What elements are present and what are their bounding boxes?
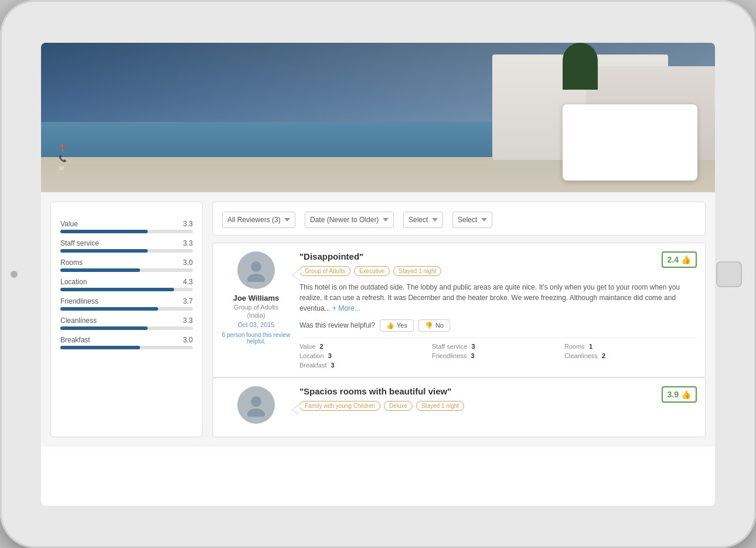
score-item-value: 3.3 (183, 239, 193, 247)
review-score-cell: Rooms 1 (564, 343, 697, 350)
score-bar-bg (60, 230, 193, 233)
score-item-value: 3.0 (183, 258, 193, 267)
review-scores-grid: Value 2 Staff service 3 Rooms 1 Location… (299, 338, 697, 369)
reviewer-type: Group of Adults (234, 304, 278, 311)
score-items-list: Value 3.3 Staff service 3.3 Rooms 3.0 Lo… (60, 220, 193, 349)
filter-room: Select (452, 209, 492, 228)
tablet-left-button (11, 271, 18, 278)
thumbs-up-small-icon: 👍 (386, 322, 394, 329)
review-score-cell: Cleanliness 2 (564, 352, 697, 359)
hero-section: 📍 📞 ✉ (41, 43, 715, 192)
review-tag: Stayed 1 night (416, 401, 464, 411)
reviews-container: Joe Williams Group of Adults (India) Oct… (212, 243, 706, 437)
review-tag: Executive (354, 266, 390, 276)
review-score-badge: 2.4 👍 (662, 251, 697, 268)
review-card: Joe Williams Group of Adults (India) Oct… (212, 243, 706, 377)
tablet-frame: 📍 📞 ✉ (0, 0, 756, 548)
filter-bar: All Reviewers (3) Date (Newer to Older) … (212, 202, 706, 236)
phone-icon: 📞 (59, 155, 67, 162)
review-tags-2: Family with young ChildrenDeluxeStayed 1… (299, 401, 697, 411)
hotel-phone-row: 📞 (59, 155, 70, 162)
reviewer-col: Joe Williams Group of Adults (India) Oct… (221, 251, 291, 369)
score-item-label: Value (60, 220, 78, 228)
reviews-section: All Reviewers (3) Date (Newer to Older) … (212, 202, 706, 437)
score-item-value: 3.3 (183, 316, 193, 325)
score-item-label: Location (60, 278, 87, 286)
score-item-label: Cleanliness (60, 316, 97, 325)
score-item-label: Friendliness (60, 297, 98, 305)
score-bar-fill (60, 288, 174, 291)
review-score-badge-2: 3.9 👍 (662, 386, 697, 403)
main-content: Value 3.3 Staff service 3.3 Rooms 3.0 Lo… (41, 192, 715, 447)
score-item: Friendliness 3.7 (60, 297, 193, 311)
svg-point-1 (247, 274, 265, 282)
show-reviews-select[interactable]: All Reviewers (3) (222, 212, 295, 228)
filter-stay: Select (403, 209, 443, 228)
score-item: Value 3.3 (60, 220, 193, 233)
review-tag: Stayed 1 night (393, 266, 441, 276)
helpful-label: Was this review helpful? (299, 321, 375, 329)
hotel-info: 📍 📞 ✉ (59, 139, 70, 175)
reviewer-date: Oct 03, 2015 (238, 321, 275, 328)
more-link[interactable]: + More... (332, 304, 360, 312)
review-content-col: 2.4 👍 "Disappointed" Group of AdultsExec… (299, 251, 697, 369)
review-tag: Group of Adults (299, 266, 350, 276)
room-select[interactable]: Select (452, 212, 492, 228)
sort-select[interactable]: Date (Newer to Older) (305, 212, 394, 228)
score-bar-fill (60, 268, 140, 272)
reviewer-avatar (237, 251, 275, 289)
score-item-value: 3.0 (183, 336, 193, 344)
review-score-cell: Breakfast 3 (299, 362, 432, 369)
score-item: Rooms 3.0 (60, 258, 193, 272)
yes-button[interactable]: 👍 Yes (380, 319, 414, 332)
filter-sort: Date (Newer to Older) (305, 209, 394, 228)
score-breakdown-panel: Value 3.3 Staff service 3.3 Rooms 3.0 Lo… (50, 202, 203, 437)
rating-card (563, 104, 697, 181)
score-bar-bg (60, 326, 193, 330)
score-item-value: 3.3 (183, 220, 193, 228)
score-bar-fill (60, 307, 158, 311)
review-content-col-2: 3.9 👍 "Spacios rooms with beautiful view… (299, 386, 697, 428)
score-bar-bg (60, 249, 193, 253)
review-text: This hotel is on the outdated side. The … (299, 282, 697, 314)
review-arrow (291, 269, 299, 281)
score-bar-bg (60, 268, 193, 272)
review-arrow-2 (291, 404, 299, 416)
review-helpful-row: Was this review helpful? 👍 Yes 👎 No (299, 319, 697, 332)
score-bar-bg (60, 307, 193, 311)
thumbs-up-icon: 👍 (681, 255, 691, 264)
hotel-address-row: 📍 (59, 145, 70, 152)
score-item: Staff service 3.3 (60, 239, 193, 253)
score-bar-fill (60, 230, 148, 233)
score-item-label: Rooms (60, 258, 83, 267)
reviewer-helpful: 6 person found this review helpful. (221, 332, 291, 345)
review-score-cell: Staff service 3 (432, 343, 564, 350)
review-score-cell: Friendliness 3 (432, 352, 564, 359)
score-bar-fill (60, 326, 148, 330)
score-bar-bg (60, 346, 193, 349)
score-item: Breakfast 3.0 (60, 336, 193, 349)
no-button[interactable]: 👎 No (418, 319, 450, 332)
filter-show-reviews: All Reviewers (3) (222, 209, 295, 228)
score-item-value: 4.3 (183, 278, 193, 286)
reviewer-avatar-2 (237, 386, 275, 424)
score-item-value: 3.7 (183, 297, 193, 305)
location-icon: 📍 (59, 145, 67, 152)
review-title: "Disappointed" (299, 251, 697, 261)
score-bar-bg (60, 288, 193, 291)
review-title-2: "Spacios rooms with beautiful view" (299, 386, 697, 396)
email-icon: ✉ (59, 165, 64, 172)
review-tag: Deluxe (384, 401, 413, 411)
svg-point-2 (251, 396, 261, 407)
review-tag: Family with young Children (299, 401, 380, 411)
score-bar-fill (60, 346, 140, 349)
reviewer-country: (India) (247, 312, 265, 319)
review-tags: Group of AdultsExecutiveStayed 1 night (299, 266, 697, 276)
score-item-label: Breakfast (60, 336, 90, 344)
hero-tree (563, 43, 598, 90)
tablet-right-button[interactable] (716, 261, 742, 287)
thumbs-up-icon-2: 👍 (681, 390, 691, 399)
thumbs-down-icon: 👎 (425, 322, 433, 329)
stay-select[interactable]: Select (403, 212, 443, 228)
tablet-screen: 📍 📞 ✉ (41, 43, 715, 506)
